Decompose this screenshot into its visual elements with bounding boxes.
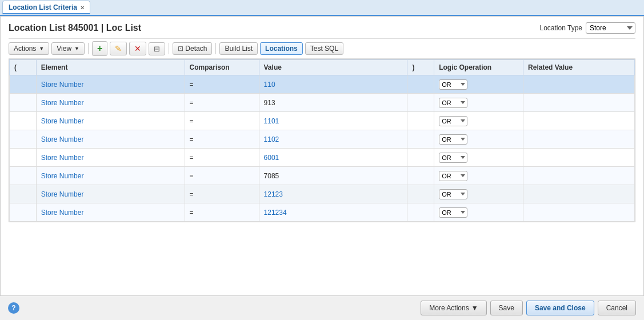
cell-close-paren xyxy=(407,112,434,130)
save-close-button[interactable]: Save and Close xyxy=(526,301,594,302)
header-row: Location List 845001 | Loc List Location… xyxy=(9,22,635,34)
cell-comparison: = xyxy=(185,167,259,185)
detach-button[interactable]: ⊡ Detach xyxy=(173,42,212,55)
cell-open-paren xyxy=(10,167,37,185)
table-row[interactable]: Store Number = 7085 OR AND xyxy=(10,167,635,185)
delete-button[interactable]: ✕ xyxy=(129,42,146,55)
logic-select[interactable]: OR AND xyxy=(439,98,467,108)
add-button[interactable]: + xyxy=(92,41,107,56)
value-link[interactable]: 6001 xyxy=(264,154,279,162)
logic-select[interactable]: OR AND xyxy=(439,189,467,199)
location-type-section: Location Type Store Warehouse xyxy=(539,22,635,34)
actions-button[interactable]: Actions ▼ xyxy=(9,42,49,55)
cell-comparison: = xyxy=(185,94,259,112)
cell-logic[interactable]: OR AND xyxy=(434,149,523,167)
logic-select[interactable]: OR AND xyxy=(439,134,467,145)
cell-value[interactable]: 6001 xyxy=(259,149,407,167)
value-link[interactable]: 110 xyxy=(264,81,275,89)
cell-related-value xyxy=(523,185,635,203)
cell-element: Store Number xyxy=(36,185,185,203)
actions-dropdown-icon: ▼ xyxy=(39,46,44,51)
footer: ? More Actions ▼ Save Save and Close Can… xyxy=(0,295,644,302)
cell-logic[interactable]: OR AND xyxy=(434,185,523,203)
cell-value[interactable]: 1102 xyxy=(259,130,407,149)
table-row[interactable]: Store Number = 12123 OR AND xyxy=(10,185,635,203)
cell-related-value xyxy=(523,130,635,149)
value-text: 7085 xyxy=(264,172,279,180)
toolbar: Actions ▼ View ▼ + ✎ ✕ ⊟ ⊡ Detach Build … xyxy=(9,38,635,59)
logic-select[interactable]: OR AND xyxy=(439,116,467,126)
cell-value: 7085 xyxy=(259,167,407,185)
cell-value[interactable]: 110 xyxy=(259,75,407,94)
logic-select[interactable]: OR AND xyxy=(439,207,467,218)
build-list-button[interactable]: Build List xyxy=(219,42,258,55)
cell-logic[interactable]: OR AND xyxy=(434,75,523,94)
value-link[interactable]: 12123 xyxy=(264,190,283,198)
cell-value[interactable]: 1101 xyxy=(259,112,407,130)
table-row[interactable]: Store Number = 1101 OR AND xyxy=(10,112,635,130)
logic-select[interactable]: OR AND xyxy=(439,171,467,181)
cell-close-paren xyxy=(407,185,434,203)
value-link[interactable]: 121234 xyxy=(264,209,287,217)
table-row[interactable]: Store Number = 913 OR AND xyxy=(10,94,635,112)
toolbar-separator-2 xyxy=(169,43,169,54)
table-row[interactable]: Store Number = 110 OR AND xyxy=(10,75,635,94)
table-row[interactable]: Store Number = 6001 OR AND xyxy=(10,149,635,167)
print-button[interactable]: ⊟ xyxy=(149,42,165,55)
criteria-table: ( Element Comparison Value ) Logic Opera… xyxy=(9,59,635,222)
tab-close-icon[interactable]: × xyxy=(81,4,84,11)
value-link[interactable]: 1102 xyxy=(264,135,279,143)
cell-element: Store Number xyxy=(36,203,185,222)
cancel-button[interactable]: Cancel xyxy=(598,301,636,302)
logic-select[interactable]: OR AND xyxy=(439,153,467,163)
table-row[interactable]: Store Number = 121234 OR AND xyxy=(10,203,635,222)
edit-button[interactable]: ✎ xyxy=(110,42,127,55)
location-criteria-tab[interactable]: Location List Criteria × xyxy=(2,1,90,14)
cell-open-paren xyxy=(10,75,37,94)
cell-close-paren xyxy=(407,75,434,94)
cell-related-value xyxy=(523,75,635,94)
location-type-select[interactable]: Store Warehouse xyxy=(586,22,635,34)
cell-open-paren xyxy=(10,185,37,203)
table-row[interactable]: Store Number = 1102 OR AND xyxy=(10,130,635,149)
cell-element: Store Number xyxy=(36,94,185,112)
main-content: Location List 845001 | Loc List Location… xyxy=(0,16,644,302)
cell-logic[interactable]: OR AND xyxy=(434,130,523,149)
cell-element: Store Number xyxy=(36,112,185,130)
tab-bar: Location List Criteria × xyxy=(0,0,644,16)
value-link[interactable]: 1101 xyxy=(264,117,279,125)
cell-value[interactable]: 12123 xyxy=(259,185,407,203)
cell-related-value xyxy=(523,94,635,112)
cell-value[interactable]: 121234 xyxy=(259,203,407,222)
col-related-value: Related Value xyxy=(523,60,635,75)
cell-element: Store Number xyxy=(36,75,185,94)
view-button[interactable]: View ▼ xyxy=(51,42,85,55)
cell-open-paren xyxy=(10,94,37,112)
cell-comparison: = xyxy=(185,149,259,167)
logic-select[interactable]: OR AND xyxy=(439,79,467,90)
cell-open-paren xyxy=(10,149,37,167)
cell-close-paren xyxy=(407,94,434,112)
print-icon: ⊟ xyxy=(154,45,160,53)
cell-logic[interactable]: OR AND xyxy=(434,203,523,222)
cell-comparison: = xyxy=(185,75,259,94)
criteria-table-wrapper[interactable]: ( Element Comparison Value ) Logic Opera… xyxy=(9,59,635,222)
col-value: Value xyxy=(259,60,407,75)
col-open-paren: ( xyxy=(10,60,37,75)
cell-open-paren xyxy=(10,203,37,222)
delete-icon: ✕ xyxy=(134,44,141,53)
cell-related-value xyxy=(523,112,635,130)
value-text: 913 xyxy=(264,99,275,107)
locations-button[interactable]: Locations xyxy=(260,42,303,55)
cell-comparison: = xyxy=(185,203,259,222)
cell-logic[interactable]: OR AND xyxy=(434,112,523,130)
cell-logic[interactable]: OR AND xyxy=(434,94,523,112)
cell-close-paren xyxy=(407,149,434,167)
cell-related-value xyxy=(523,167,635,185)
tab-label: Location List Criteria xyxy=(9,3,77,11)
save-button[interactable]: Save xyxy=(490,301,523,302)
test-sql-button[interactable]: Test SQL xyxy=(305,42,343,55)
cell-close-paren xyxy=(407,167,434,185)
more-actions-button[interactable]: More Actions ▼ xyxy=(421,301,486,302)
cell-logic[interactable]: OR AND xyxy=(434,167,523,185)
